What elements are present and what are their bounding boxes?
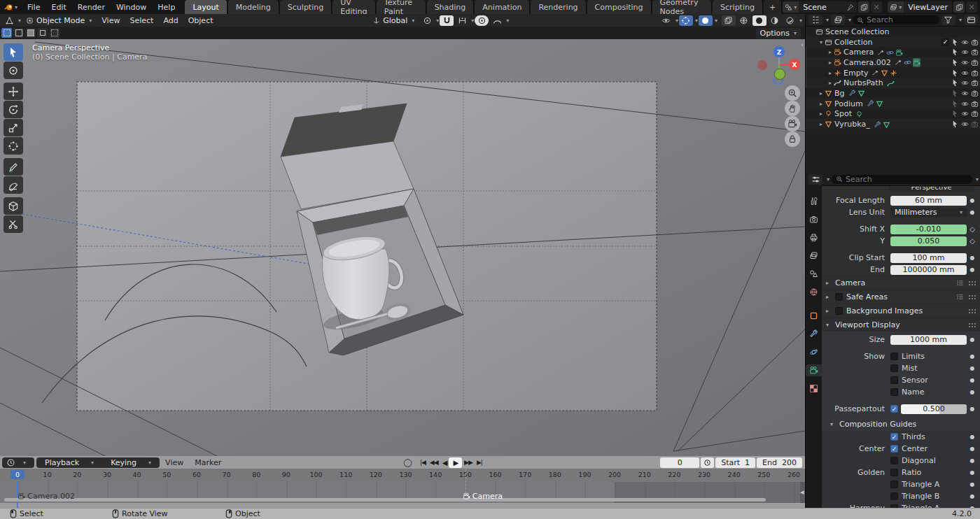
properties-editor-type-icon[interactable]	[808, 174, 822, 185]
background-images-checkbox[interactable]	[835, 307, 843, 315]
list-icon[interactable]	[956, 279, 964, 287]
panel-safe-areas[interactable]: ▸ Safe Areas	[822, 290, 980, 304]
viewlayer-name[interactable]: ViewLayer	[904, 3, 952, 12]
anim-icon[interactable]	[895, 58, 902, 67]
editor-type-icon[interactable]	[2, 15, 16, 26]
panel-background-images[interactable]: ▸ Background Images	[822, 304, 980, 318]
meshdata-icon[interactable]	[858, 89, 865, 98]
animate-dot-icon[interactable]: ●	[967, 434, 978, 440]
tool-measure-button[interactable]	[4, 176, 23, 194]
viewport-menu-add[interactable]: Add	[158, 16, 183, 25]
animate-dot-icon[interactable]: ●	[967, 255, 978, 261]
jump-to-start-button[interactable]: |◀	[418, 459, 428, 466]
timeline-scrollbar[interactable]	[4, 498, 766, 502]
animate-dot-icon[interactable]: ●	[967, 469, 978, 476]
animate-dot-icon[interactable]: ●	[967, 389, 978, 395]
show-limits-checkbox[interactable]: Limits	[890, 352, 967, 361]
xray-toggle-icon[interactable]	[722, 15, 736, 26]
properties-tab-render[interactable]	[806, 213, 822, 225]
animate-dot-icon[interactable]: ●	[967, 406, 978, 412]
hide-viewport-toggle-icon[interactable]	[961, 120, 969, 128]
tab-geometry-nodes[interactable]: Geometry Nodes	[652, 0, 712, 14]
viewlayer-selector[interactable]: ▾ ViewLayer	[888, 1, 952, 13]
render-toggle-icon[interactable]	[971, 79, 979, 87]
viewport-menu-object[interactable]: Object	[183, 16, 218, 25]
new-viewlayer-icon[interactable]	[953, 1, 965, 13]
transform-orientation-dropdown[interactable]: Global▾	[368, 15, 419, 26]
viewport-menu-select[interactable]: Select	[125, 16, 158, 25]
animate-dot-icon[interactable]: ●	[967, 197, 978, 204]
expand-right-icon[interactable]: ▸	[827, 70, 834, 76]
outliner-row-podium[interactable]: ▸Podium	[806, 99, 980, 109]
properties-tab-constraints[interactable]	[806, 328, 822, 340]
start-frame-field[interactable]: Start 1	[715, 457, 755, 468]
size-field[interactable]: 1000 mm	[890, 335, 967, 345]
outliner-row-collection[interactable]: ▾Collection✓	[806, 37, 980, 48]
shading-solid-icon[interactable]	[752, 15, 766, 26]
scene-browse-icon[interactable]: ▾	[783, 1, 799, 13]
selectable-toggle-icon[interactable]	[951, 38, 959, 46]
checkbox-icon[interactable]	[890, 469, 898, 476]
tab-modeling[interactable]: Modeling	[228, 0, 279, 14]
animate-dot-icon[interactable]: ●	[967, 353, 978, 360]
expand-down-icon[interactable]: ▾	[818, 39, 825, 45]
render-toggle-icon[interactable]	[971, 90, 979, 97]
panel-viewport-display[interactable]: ▾Viewport Display	[822, 318, 980, 332]
object-name[interactable]: Scene Collection	[825, 27, 889, 36]
property-field[interactable]: 1000000 mm	[890, 265, 967, 275]
lightdata-icon[interactable]	[855, 109, 863, 118]
guide-triangle-a-checkbox[interactable]: Triangle A	[890, 480, 967, 489]
render-toggle-icon[interactable]	[971, 48, 979, 56]
timeline-menu-keying[interactable]: Keying▾	[102, 458, 160, 467]
property-field[interactable]: 0.050	[890, 236, 967, 246]
checkbox-icon[interactable]	[890, 376, 898, 384]
property-field[interactable]: Millimeters▾	[890, 208, 967, 218]
tri-icon[interactable]	[881, 69, 888, 78]
meshdata-icon[interactable]	[876, 99, 883, 108]
expand-right-icon[interactable]: ▸	[818, 111, 825, 117]
hide-viewport-toggle-icon[interactable]	[961, 110, 969, 118]
guide-ratio-checkbox[interactable]: Ratio	[890, 468, 967, 477]
selectable-toggle-icon[interactable]	[951, 79, 959, 87]
tab-texture-paint[interactable]: Texture Paint	[377, 0, 426, 14]
property-field[interactable]: -0.010	[890, 225, 967, 234]
checkbox-icon[interactable]	[890, 492, 898, 500]
selectable-toggle-icon[interactable]	[951, 59, 959, 66]
list-icon[interactable]	[956, 293, 964, 301]
properties-tab-object[interactable]	[806, 310, 822, 322]
tab-shading[interactable]: Shading	[427, 0, 475, 14]
select-mode-set-icon[interactable]	[1, 28, 12, 38]
menu-file[interactable]: File	[22, 3, 46, 12]
hide-viewport-toggle-icon[interactable]	[961, 79, 969, 87]
menu-help[interactable]: Help	[152, 3, 181, 12]
tab-uv-editing[interactable]: UV Editing	[332, 0, 376, 14]
autokey-toggle-icon[interactable]: ◯	[402, 458, 414, 467]
expand-right-icon[interactable]: ▸	[818, 101, 825, 107]
scene-selector[interactable]: ▾ Scene	[783, 1, 857, 13]
play-button[interactable]: ▶	[449, 457, 462, 468]
object-name[interactable]: Collection	[834, 38, 872, 47]
selectable-toggle-icon[interactable]	[951, 69, 959, 77]
mode-dropdown[interactable]: Object Mode▾	[22, 15, 96, 26]
overlays-toggle-icon[interactable]	[699, 15, 713, 26]
expand-right-icon[interactable]: ▸	[818, 90, 825, 97]
checkbox-icon[interactable]	[890, 481, 898, 488]
animate-dot-icon[interactable]: ●	[967, 336, 978, 343]
axes-icon[interactable]	[890, 69, 897, 78]
animate-dot-icon[interactable]: ●	[967, 493, 978, 499]
anim-icon[interactable]	[872, 69, 879, 78]
animate-dot-icon[interactable]: ●	[967, 377, 978, 383]
render-toggle-icon[interactable]	[971, 120, 979, 128]
outliner-row-nurbspath[interactable]: ▸NurbsPath	[806, 78, 980, 88]
selectable-toggle-icon[interactable]	[951, 120, 959, 128]
drag-handle-icon[interactable]	[968, 308, 976, 313]
properties-search-input[interactable]: Search	[832, 175, 972, 184]
tool-add-cube-button[interactable]	[4, 197, 23, 215]
anim-icon[interactable]	[877, 48, 885, 57]
options-dropdown[interactable]: Options▾	[756, 28, 801, 38]
tool-move-button[interactable]	[4, 83, 23, 100]
tab-rendering[interactable]: Rendering	[531, 0, 586, 14]
scene-name[interactable]: Scene	[799, 3, 846, 12]
pivot-point-icon[interactable]	[420, 15, 434, 26]
snap-settings-icon[interactable]	[455, 15, 469, 26]
